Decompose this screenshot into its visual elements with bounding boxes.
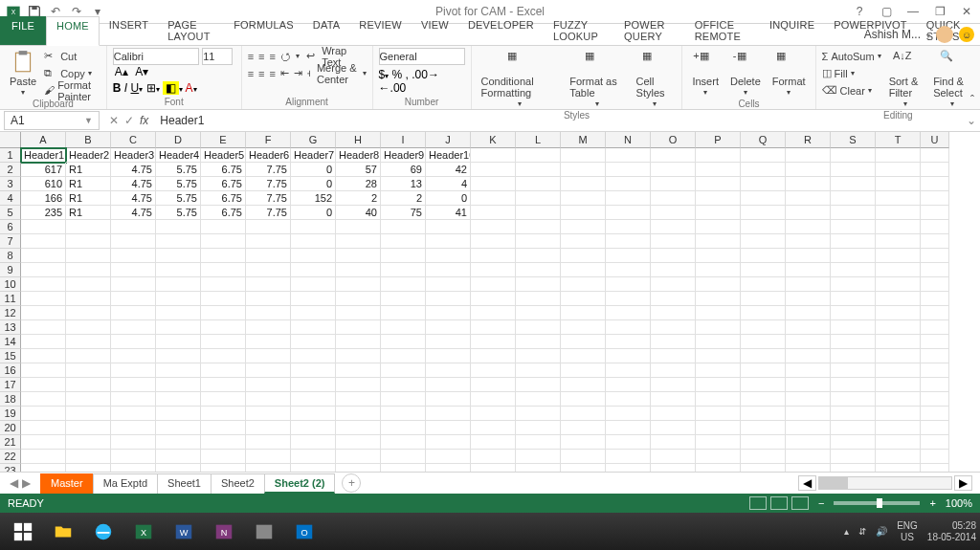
cell[interactable]: 5.75 xyxy=(156,177,201,191)
column-header[interactable]: P xyxy=(696,132,741,148)
cell[interactable] xyxy=(876,206,921,220)
conditional-formatting-button[interactable]: ▦Conditional Formatting▾ xyxy=(478,48,563,110)
cell[interactable] xyxy=(381,363,426,378)
cell[interactable] xyxy=(921,277,949,292)
cell[interactable] xyxy=(291,263,336,277)
cell[interactable] xyxy=(426,277,471,292)
cell[interactable] xyxy=(696,220,741,234)
cell[interactable] xyxy=(336,220,381,234)
column-header[interactable]: G xyxy=(291,132,336,148)
cell[interactable] xyxy=(561,407,606,421)
cell[interactable]: R1 xyxy=(66,206,111,220)
cell[interactable] xyxy=(651,320,696,335)
cell[interactable] xyxy=(786,220,831,234)
sheet-nav-prev-icon[interactable]: ◀ xyxy=(10,476,18,490)
cell[interactable] xyxy=(471,234,516,249)
cell[interactable] xyxy=(471,320,516,335)
cell[interactable] xyxy=(786,450,831,464)
collapse-ribbon-icon[interactable]: ˆ xyxy=(970,94,974,107)
cell[interactable] xyxy=(921,349,949,363)
excel-taskbar-icon[interactable]: X xyxy=(124,517,163,547)
tray-up-icon[interactable]: ▴ xyxy=(844,526,849,537)
increase-decimal-icon[interactable]: .00→ xyxy=(412,68,439,81)
cell[interactable] xyxy=(741,263,786,277)
cell[interactable] xyxy=(426,249,471,263)
cell[interactable] xyxy=(786,335,831,349)
column-header[interactable]: R xyxy=(786,132,831,148)
cell[interactable] xyxy=(786,306,831,320)
cell[interactable] xyxy=(516,163,561,177)
cell[interactable] xyxy=(831,249,876,263)
cell[interactable] xyxy=(561,191,606,206)
cell[interactable] xyxy=(741,349,786,363)
cell[interactable] xyxy=(741,177,786,191)
cell[interactable] xyxy=(876,392,921,407)
cell[interactable] xyxy=(201,421,246,435)
cell[interactable] xyxy=(741,277,786,292)
cell[interactable] xyxy=(876,464,921,472)
column-header[interactable]: O xyxy=(651,132,696,148)
ribbon-tab-insert[interactable]: INSERT xyxy=(100,16,158,45)
cell[interactable] xyxy=(291,335,336,349)
cell[interactable] xyxy=(516,234,561,249)
cell[interactable] xyxy=(921,378,949,392)
cell[interactable]: 5.75 xyxy=(156,206,201,220)
new-sheet-button[interactable]: + xyxy=(342,473,361,493)
cell[interactable] xyxy=(876,263,921,277)
cell[interactable] xyxy=(786,277,831,292)
page-layout-view-icon[interactable] xyxy=(770,496,788,510)
ribbon-tab-view[interactable]: VIEW xyxy=(412,16,458,45)
cell[interactable] xyxy=(651,335,696,349)
italic-button[interactable]: I xyxy=(124,81,127,95)
cell[interactable] xyxy=(246,220,291,234)
cell[interactable] xyxy=(516,450,561,464)
decrease-font-icon[interactable]: A▾ xyxy=(133,65,150,78)
cell[interactable] xyxy=(516,335,561,349)
select-all-corner[interactable] xyxy=(0,132,21,148)
row-header[interactable]: 13 xyxy=(0,320,21,335)
cell[interactable] xyxy=(696,363,741,378)
cell[interactable] xyxy=(246,450,291,464)
cell[interactable] xyxy=(876,435,921,450)
cell[interactable] xyxy=(786,407,831,421)
sheet-tab-sheet2-2-[interactable]: Sheet2 (2) xyxy=(264,473,336,494)
cell[interactable]: 0 xyxy=(291,163,336,177)
cell[interactable] xyxy=(561,392,606,407)
cell[interactable] xyxy=(741,234,786,249)
cell[interactable] xyxy=(111,292,156,306)
find-select-button[interactable]: 🔍Find & Select▾ xyxy=(929,48,974,110)
cell[interactable] xyxy=(786,292,831,306)
cell[interactable] xyxy=(606,292,651,306)
file-explorer-icon[interactable] xyxy=(44,517,82,547)
cell[interactable] xyxy=(696,263,741,277)
delete-cells-button[interactable]: -▦Delete▾ xyxy=(726,48,765,99)
cell[interactable]: 5.75 xyxy=(156,191,201,206)
increase-font-icon[interactable]: A▴ xyxy=(113,65,130,78)
cell[interactable] xyxy=(786,349,831,363)
cell[interactable] xyxy=(696,163,741,177)
cell[interactable]: Header8 xyxy=(336,148,381,163)
cell[interactable] xyxy=(561,177,606,191)
cell[interactable] xyxy=(741,191,786,206)
cell[interactable] xyxy=(246,306,291,320)
cell[interactable] xyxy=(651,450,696,464)
cell[interactable] xyxy=(651,263,696,277)
cell[interactable] xyxy=(21,220,66,234)
cell[interactable] xyxy=(561,277,606,292)
cell[interactable] xyxy=(246,407,291,421)
column-header[interactable]: E xyxy=(201,132,246,148)
cell[interactable] xyxy=(696,277,741,292)
zoom-out-icon[interactable]: − xyxy=(818,497,824,509)
column-header[interactable]: H xyxy=(336,132,381,148)
cell[interactable] xyxy=(786,206,831,220)
cell[interactable] xyxy=(786,191,831,206)
cell[interactable]: 4.75 xyxy=(111,191,156,206)
cell[interactable] xyxy=(336,349,381,363)
cell[interactable] xyxy=(606,234,651,249)
row-header[interactable]: 22 xyxy=(0,450,21,464)
cell[interactable] xyxy=(651,392,696,407)
cell[interactable] xyxy=(111,320,156,335)
cell[interactable] xyxy=(786,177,831,191)
cell[interactable] xyxy=(696,177,741,191)
cancel-formula-icon[interactable]: ✕ xyxy=(109,114,119,127)
